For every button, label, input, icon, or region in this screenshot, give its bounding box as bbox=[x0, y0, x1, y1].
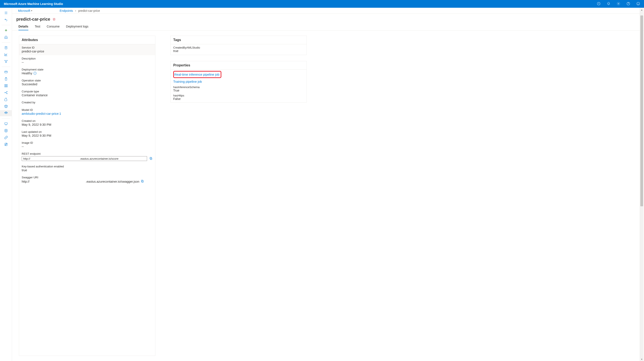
tag-row: CreatedByAMLStudio true bbox=[171, 44, 306, 55]
svg-point-3 bbox=[637, 2, 640, 5]
datastore-icon[interactable] bbox=[0, 128, 12, 134]
prop-value: True bbox=[173, 89, 304, 92]
svg-rect-19 bbox=[5, 123, 7, 124]
scroll-up-icon[interactable]: ▴ bbox=[640, 8, 644, 12]
attr-value: Healthy bbox=[22, 72, 32, 75]
compute-icon[interactable] bbox=[0, 121, 12, 127]
scroll-down-icon[interactable]: ▾ bbox=[640, 357, 644, 361]
attr-label: Image ID bbox=[22, 141, 153, 144]
title-row: predict-car-price bbox=[12, 14, 644, 22]
add-icon[interactable] bbox=[0, 27, 12, 33]
breadcrumb-current: predict-car-price bbox=[78, 9, 100, 13]
realtime-pipeline-link[interactable]: Real-time inference pipeline job bbox=[174, 72, 220, 77]
jobs-icon[interactable] bbox=[0, 76, 12, 82]
attr-label: Model ID bbox=[22, 108, 153, 112]
attr-label: Created by bbox=[22, 101, 153, 104]
scroll-thumb[interactable] bbox=[640, 16, 643, 206]
tab-test[interactable]: Test bbox=[35, 25, 40, 30]
divider bbox=[2, 67, 10, 67]
training-pipeline-link[interactable]: Training pipeline job bbox=[173, 79, 304, 84]
topbar-actions bbox=[597, 2, 640, 6]
workspace-name: Microsoft bbox=[18, 9, 30, 13]
attr-description: Description -- bbox=[19, 55, 155, 66]
favorite-star-icon[interactable] bbox=[52, 18, 56, 21]
tag-value: true bbox=[173, 49, 304, 53]
tab-deployment-logs[interactable]: Deployment logs bbox=[66, 25, 88, 30]
content: Attributes Service ID predict-car-price … bbox=[12, 31, 644, 361]
smile-icon[interactable] bbox=[636, 2, 640, 6]
attr-label: Created on bbox=[22, 119, 153, 123]
svg-rect-25 bbox=[142, 180, 143, 182]
tag-key: CreatedByAMLStudio bbox=[173, 46, 304, 49]
svg-point-9 bbox=[6, 62, 6, 63]
linked-icon[interactable] bbox=[0, 135, 12, 141]
svg-point-7 bbox=[5, 60, 5, 61]
environments-icon[interactable] bbox=[0, 97, 12, 103]
models-icon[interactable] bbox=[0, 103, 12, 109]
scrollbar[interactable]: ▴ ▾ bbox=[640, 8, 644, 361]
svg-rect-13 bbox=[5, 86, 6, 87]
chevron-right-icon: › bbox=[75, 9, 76, 12]
svg-point-8 bbox=[7, 60, 7, 61]
data-icon[interactable] bbox=[0, 69, 12, 75]
undo-icon[interactable] bbox=[0, 17, 12, 23]
attr-value: true bbox=[22, 168, 153, 172]
attr-compute-type: Compute type Container instance bbox=[19, 88, 155, 99]
attr-value: -- bbox=[22, 145, 153, 148]
topbar: Microsoft Azure Machine Learning Studio bbox=[0, 0, 644, 8]
svg-rect-14 bbox=[6, 86, 7, 87]
attr-label: Swagger URI bbox=[22, 176, 153, 179]
home-icon[interactable] bbox=[0, 34, 12, 40]
attr-value: Container instance bbox=[22, 94, 153, 97]
clock-icon[interactable] bbox=[597, 2, 601, 6]
attr-label: Service ID bbox=[22, 46, 153, 49]
highlighted-realtime-link: Real-time inference pipeline job bbox=[173, 71, 221, 78]
attr-label: Deployment state bbox=[22, 68, 153, 71]
properties-panel: Properties Real-time inference pipeline … bbox=[170, 61, 307, 103]
designer-icon[interactable] bbox=[0, 59, 12, 65]
endpoints-icon[interactable] bbox=[0, 110, 12, 116]
svg-point-18 bbox=[5, 113, 6, 114]
prop-value: False bbox=[173, 97, 304, 101]
attr-updated-on: Last updated on May 9, 2022 9:30 PM bbox=[19, 129, 155, 139]
svg-point-1 bbox=[618, 3, 619, 4]
attr-label: Compute type bbox=[22, 90, 153, 93]
svg-rect-22 bbox=[150, 158, 152, 160]
attr-label: Key-based authentication enabled bbox=[22, 165, 153, 168]
tab-consume[interactable]: Consume bbox=[47, 25, 60, 30]
workspace-dropdown[interactable]: Microsoft ▾ bbox=[16, 8, 34, 13]
help-icon[interactable] bbox=[626, 2, 630, 6]
attributes-panel: Attributes Service ID predict-car-price … bbox=[19, 36, 156, 356]
automl-icon[interactable] bbox=[0, 52, 12, 58]
svg-rect-23 bbox=[150, 157, 151, 159]
labeling-icon[interactable] bbox=[0, 141, 12, 147]
components-icon[interactable] bbox=[0, 83, 12, 89]
attr-image-id: Image ID -- bbox=[19, 139, 155, 150]
info-icon[interactable]: i bbox=[34, 72, 36, 75]
attr-created-on: Created on May 9, 2022 9:30 PM bbox=[19, 118, 155, 129]
attr-rest-endpoint: REST endpoint bbox=[19, 150, 155, 163]
breadcrumb-endpoints[interactable]: Endpoints bbox=[60, 9, 73, 13]
notebook-icon[interactable] bbox=[0, 45, 12, 51]
product-title: Microsoft Azure Machine Learning Studio bbox=[4, 2, 63, 6]
gear-icon[interactable] bbox=[616, 2, 620, 6]
attr-label: REST endpoint bbox=[22, 152, 153, 155]
swagger-link[interactable]: http://.eastus.azurecontainer.io/swagger… bbox=[22, 180, 139, 183]
svg-rect-10 bbox=[5, 71, 7, 73]
copy-icon[interactable] bbox=[140, 179, 144, 184]
menu-icon[interactable] bbox=[0, 10, 12, 16]
pipelines-icon[interactable] bbox=[0, 90, 12, 96]
svg-point-17 bbox=[7, 93, 7, 94]
tags-header: Tags bbox=[171, 36, 306, 44]
attr-label: Description bbox=[22, 57, 153, 60]
copy-icon[interactable] bbox=[149, 157, 153, 161]
rest-endpoint-input[interactable] bbox=[22, 156, 147, 161]
tab-details[interactable]: Details bbox=[18, 25, 28, 30]
attr-value: -- bbox=[22, 61, 153, 64]
bell-icon[interactable] bbox=[607, 2, 610, 6]
svg-point-4 bbox=[638, 3, 638, 4]
divider bbox=[2, 118, 10, 119]
chevron-down-icon: ▾ bbox=[31, 10, 32, 12]
main: Microsoft ▾ Endpoints › predict-car-pric… bbox=[12, 8, 644, 361]
model-id-link[interactable]: amlstudio-predict-car-price:1 bbox=[22, 112, 153, 115]
